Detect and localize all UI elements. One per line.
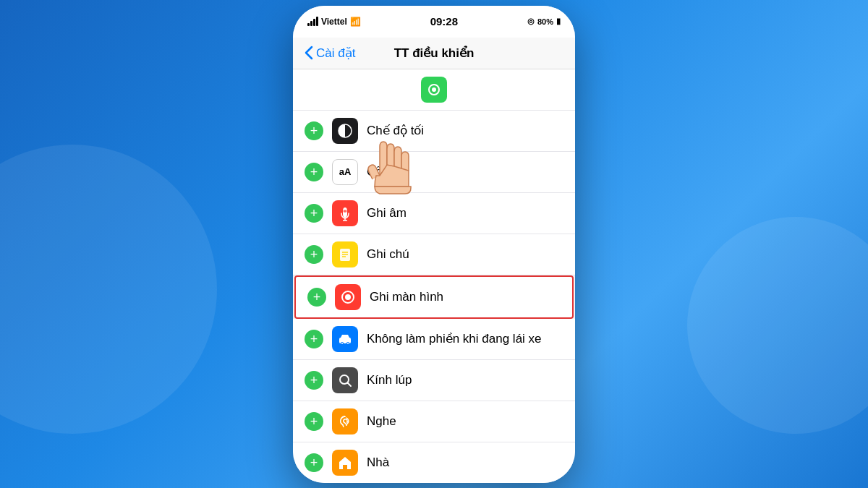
add-button[interactable]: + bbox=[307, 288, 326, 307]
list-item[interactable]: + Không làm phiền khi đang lái xe bbox=[293, 319, 575, 360]
partial-icon-svg bbox=[427, 82, 441, 97]
svg-point-14 bbox=[341, 343, 343, 344]
item-label-nha: Nhà bbox=[367, 455, 563, 470]
list-item-ghi-man-hinh[interactable]: + Ghi màn hình bbox=[294, 275, 574, 319]
svg-rect-11 bbox=[339, 338, 351, 343]
nav-bar: Cài đặt TT điều khiển bbox=[293, 38, 575, 69]
status-time: 09:28 bbox=[430, 15, 458, 27]
list-item[interactable]: + aA Cỡ chữ bbox=[293, 152, 575, 193]
list-item[interactable]: + Nhà bbox=[293, 442, 575, 483]
icon-ghi-chu bbox=[332, 241, 358, 267]
add-button[interactable]: + bbox=[305, 371, 323, 390]
dark-mode-icon bbox=[337, 123, 353, 139]
list-item[interactable]: + Chế độ tối bbox=[293, 111, 575, 152]
item-label-ghi-am: Ghi âm bbox=[367, 206, 563, 221]
icon-kinh-lup bbox=[332, 367, 358, 393]
item-label-ghi-chu: Ghi chú bbox=[367, 247, 563, 262]
icon-co-chu: aA bbox=[332, 159, 358, 185]
list-item[interactable]: + Ghi âm bbox=[293, 193, 575, 234]
item-label-co-chu: Cỡ chữ bbox=[367, 164, 563, 179]
battery-text: 80% bbox=[537, 17, 553, 26]
add-button[interactable]: + bbox=[305, 412, 323, 431]
list-item[interactable]: + Nghe bbox=[293, 401, 575, 442]
signal-icon bbox=[307, 17, 318, 26]
status-bar: Viettel 📶 09:28 ◎ 80% ▮ bbox=[293, 6, 575, 38]
item-label-khong-lam-phien: Không làm phiền khi đang lái xe bbox=[367, 331, 563, 346]
icon-ghi-man-hinh bbox=[335, 284, 361, 310]
page-title: TT điều khiển bbox=[394, 46, 475, 61]
content-scroll[interactable]: + Chế độ tối + aA Cỡ chữ + bbox=[293, 69, 575, 483]
icon-nghe bbox=[332, 408, 358, 435]
add-button[interactable]: + bbox=[305, 453, 323, 472]
icon-nha bbox=[332, 450, 358, 476]
mic-icon bbox=[337, 205, 353, 221]
add-button[interactable]: + bbox=[305, 163, 323, 181]
icon-ghi-am bbox=[332, 200, 358, 226]
item-label-che-do-toi: Chế độ tối bbox=[367, 123, 563, 138]
ear-icon bbox=[337, 414, 353, 429]
icon-che-do-toi bbox=[332, 118, 358, 144]
status-left: Viettel 📶 bbox=[307, 17, 361, 27]
back-chevron-icon bbox=[305, 46, 313, 60]
svg-point-10 bbox=[345, 294, 351, 300]
back-label: Cài đặt bbox=[316, 46, 355, 61]
partial-icon bbox=[421, 77, 447, 103]
svg-line-17 bbox=[348, 382, 352, 386]
add-button[interactable]: + bbox=[305, 121, 323, 140]
item-label-nghe: Nghe bbox=[367, 414, 563, 429]
status-right: ◎ 80% ▮ bbox=[527, 17, 561, 26]
magnify-icon bbox=[337, 372, 353, 388]
carrier-text: Viettel bbox=[321, 17, 347, 27]
svg-point-15 bbox=[347, 343, 349, 344]
wifi-icon: 📶 bbox=[350, 17, 361, 27]
list-item[interactable]: + Kính lúp bbox=[293, 360, 575, 401]
list-item[interactable]: + Ghi chú bbox=[293, 234, 575, 275]
svg-rect-18 bbox=[344, 466, 346, 469]
battery-icon: ▮ bbox=[556, 17, 561, 26]
add-button[interactable]: + bbox=[305, 245, 323, 264]
svg-point-1 bbox=[432, 87, 436, 92]
notes-icon bbox=[337, 247, 353, 262]
icon-khong-lam-phien bbox=[332, 326, 358, 352]
car-icon bbox=[337, 331, 353, 347]
location-icon: ◎ bbox=[527, 17, 535, 26]
font-size-icon: aA bbox=[339, 166, 352, 177]
back-button[interactable]: Cài đặt bbox=[305, 46, 355, 61]
screen-record-icon bbox=[340, 289, 356, 305]
add-button[interactable]: + bbox=[305, 204, 323, 223]
home-icon bbox=[337, 455, 353, 471]
partial-top-item bbox=[293, 69, 575, 111]
item-label-ghi-man-hinh: Ghi màn hình bbox=[370, 290, 561, 304]
add-button[interactable]: + bbox=[305, 330, 323, 348]
item-label-kinh-lup: Kính lúp bbox=[367, 373, 563, 388]
phone-frame: Viettel 📶 09:28 ◎ 80% ▮ Cài đặt TT điều … bbox=[293, 6, 575, 483]
